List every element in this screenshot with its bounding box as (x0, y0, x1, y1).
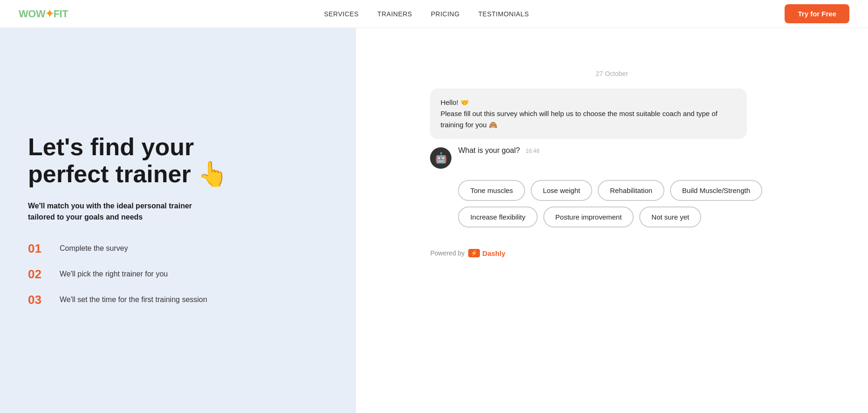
step-num-2: 02 (28, 267, 50, 282)
dashly-logo: ⚡ Dashly (468, 249, 505, 257)
option-build-muscle[interactable]: Build Muscle/Strength (670, 180, 762, 201)
powered-by: Powered by ⚡ Dashly (430, 249, 793, 257)
option-rehabilitation[interactable]: Rehabilitation (598, 180, 664, 201)
try-free-button[interactable]: Try for Free (785, 4, 849, 23)
step-1: 01 Complete the survey (28, 241, 328, 256)
step-text-2: We'll pick the right trainer for you (60, 270, 168, 278)
chat-question: What is your goal? (458, 146, 520, 155)
chat-container: 27 October Hello! 🤝 Please fill out this… (430, 42, 793, 257)
step-3: 03 We'll set the time for the first trai… (28, 293, 328, 307)
logo-wow: WOW (19, 8, 45, 20)
step-num-1: 01 (28, 241, 50, 256)
chat-date: 27 October (430, 70, 793, 77)
step-text-1: Complete the survey (60, 244, 128, 253)
option-lose-weight[interactable]: Lose weight (531, 180, 592, 201)
nav-pricing[interactable]: PRICING (431, 10, 460, 18)
nav-testimonials[interactable]: TESTIMONIALS (478, 10, 529, 18)
hero-title: Let's find your perfect trainer 👆 (28, 134, 328, 187)
logo: WOW✦FIT (19, 8, 68, 20)
nav-services[interactable]: SERVICES (324, 10, 359, 18)
bot-question-row: 🤖 What is your goal? 16:48 (430, 146, 793, 169)
steps-list: 01 Complete the survey 02 We'll pick the… (28, 241, 328, 307)
nav-trainers[interactable]: TRAINERS (377, 10, 412, 18)
chat-time: 16:48 (526, 148, 540, 154)
option-increase-flexibility[interactable]: Increase flexibility (458, 206, 537, 227)
left-panel: Let's find your perfect trainer 👆 We'll … (0, 28, 356, 413)
step-2: 02 We'll pick the right trainer for you (28, 267, 328, 282)
step-num-3: 03 (28, 293, 50, 307)
dashly-icon: ⚡ (468, 249, 480, 257)
dashly-name: Dashly (482, 249, 505, 257)
navbar: WOW✦FIT SERVICES TRAINERS PRICING TESTIM… (0, 0, 868, 28)
nav-links: SERVICES TRAINERS PRICING TESTIMONIALS (324, 10, 529, 18)
main-layout: Let's find your perfect trainer 👆 We'll … (0, 28, 868, 413)
option-tone-muscles[interactable]: Tone muscles (458, 180, 525, 201)
option-not-sure[interactable]: Not sure yet (639, 206, 701, 227)
hero-subtitle: We'll match you with the ideal personal … (28, 200, 205, 223)
question-wrap: What is your goal? 16:48 (458, 146, 540, 155)
option-posture-improvement[interactable]: Posture improvement (543, 206, 634, 227)
welcome-bubble: Hello! 🤝 Please fill out this survey whi… (430, 89, 747, 139)
bot-avatar: 🤖 (430, 147, 451, 169)
goal-options: Tone muscles Lose weight Rehabilitation … (430, 176, 793, 227)
step-text-3: We'll set the time for the first trainin… (60, 296, 207, 304)
powered-by-text: Powered by (430, 249, 465, 257)
right-panel: 27 October Hello! 🤝 Please fill out this… (356, 28, 868, 413)
